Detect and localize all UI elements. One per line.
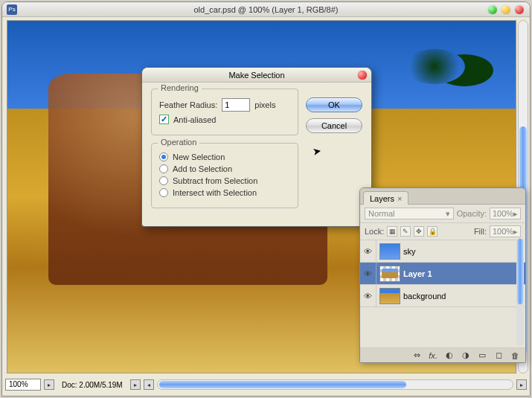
fill-value: 100%: [493, 227, 513, 236]
visibility-toggle[interactable]: 👁: [360, 240, 376, 262]
dialog-close-button[interactable]: [358, 71, 367, 80]
radio-new-selection[interactable]: [159, 153, 168, 161]
opacity-input[interactable]: 100%▸: [490, 208, 521, 219]
anti-aliased-checkbox[interactable]: ✓: [159, 115, 169, 124]
lock-transparency-icon[interactable]: ▦: [387, 226, 397, 237]
feather-label: Feather Radius:: [159, 100, 217, 109]
chevron-icon: ▸: [513, 227, 518, 237]
layers-footer: ⇔ fx. ◐ ◑ ▭ ◻ 🗑: [360, 347, 525, 362]
hscroll-right-icon[interactable]: ▸: [516, 379, 527, 390]
tab-close-icon[interactable]: ×: [397, 194, 402, 203]
rendering-group: Rendering Feather Radius: pixels ✓ Anti-…: [151, 89, 298, 135]
minimize-button[interactable]: [488, 5, 497, 14]
zoom-input[interactable]: 100%: [5, 379, 41, 391]
layers-list: 👁 sky 👁 Layer 1 👁 background: [360, 240, 525, 347]
dropdown-icon: ▾: [446, 209, 450, 219]
trash-icon[interactable]: 🗑: [509, 350, 521, 361]
mask-icon[interactable]: ◐: [443, 350, 455, 361]
zoom-button[interactable]: [501, 5, 510, 14]
panel-tab-bar: Layers×: [360, 188, 525, 205]
ok-button[interactable]: OK: [306, 97, 362, 112]
feather-radius-input[interactable]: [222, 98, 250, 112]
operation-group: Operation New Selection Add to Selection…: [151, 143, 298, 208]
lock-paint-icon[interactable]: ✎: [400, 226, 411, 237]
link-layers-icon[interactable]: ⇔: [411, 350, 423, 361]
radio-add-selection[interactable]: [159, 164, 168, 173]
radio-intersect-selection[interactable]: [159, 188, 168, 197]
radio-int-label: Intersect with Selection: [173, 188, 257, 197]
layers-tab-label: Layers: [370, 194, 394, 203]
visibility-toggle[interactable]: 👁: [360, 263, 376, 284]
radio-new-label: New Selection: [173, 153, 225, 161]
close-button[interactable]: [515, 5, 524, 14]
fill-input[interactable]: 100%▸: [490, 225, 521, 237]
layers-controls-row1: Normal▾ Opacity: 100%▸: [360, 205, 525, 223]
radio-add-label: Add to Selection: [173, 164, 232, 173]
lock-position-icon[interactable]: ✥: [414, 226, 424, 237]
chevron-icon: ▸: [513, 209, 518, 219]
anti-aliased-label: Anti-aliased: [173, 115, 216, 124]
status-bar: 100% ▸ Doc: 2.00M/5.19M ▸ ◂ ▸: [5, 376, 527, 393]
horizontal-scrollbar[interactable]: [157, 379, 513, 390]
fx-icon[interactable]: fx.: [427, 350, 439, 361]
layer-name: background: [403, 292, 446, 301]
window-controls: [488, 5, 524, 14]
window-title: old_car.psd @ 100% (Layer 1, RGB/8#): [194, 5, 339, 14]
layer-name: sky: [403, 247, 416, 256]
layer-row-background[interactable]: 👁 background: [360, 285, 525, 307]
opacity-value: 100%: [493, 209, 513, 218]
layers-tab[interactable]: Layers×: [363, 191, 408, 205]
operation-legend: Operation: [158, 138, 199, 147]
layer-thumbnail: [379, 266, 400, 282]
radio-subtract-selection[interactable]: [159, 176, 168, 185]
adjustment-icon[interactable]: ◑: [460, 350, 472, 361]
layer-thumbnail: [379, 243, 400, 260]
status-menu-icon[interactable]: ▸: [44, 379, 54, 390]
folder-icon[interactable]: ▭: [476, 350, 488, 361]
doc-info-menu[interactable]: ▸: [130, 379, 141, 390]
radio-sub-label: Subtract from Selection: [173, 176, 257, 185]
dialog-title: Make Selection: [228, 71, 284, 80]
layers-panel: Layers× Normal▾ Opacity: 100%▸ Lock: ▦ ✎…: [359, 187, 526, 363]
cursor-icon: ➤: [312, 144, 323, 158]
cancel-button[interactable]: Cancel: [306, 118, 362, 133]
blend-mode-dropdown[interactable]: Normal▾: [365, 208, 454, 219]
titlebar: Ps old_car.psd @ 100% (Layer 1, RGB/8#): [2, 2, 530, 17]
make-selection-dialog: Make Selection Rendering Feather Radius:…: [141, 67, 372, 227]
feather-unit: pixels: [254, 100, 275, 109]
new-layer-icon[interactable]: ◻: [493, 350, 504, 361]
hscroll-left-icon[interactable]: ◂: [144, 379, 154, 390]
rendering-legend: Rendering: [158, 83, 202, 92]
dialog-titlebar: Make Selection: [142, 68, 371, 83]
lock-label: Lock:: [365, 227, 384, 236]
doc-info: Doc: 2.00M/5.19M: [57, 381, 127, 389]
horizontal-scroll-thumb[interactable]: [159, 381, 406, 388]
panel-scrollbar[interactable]: [516, 237, 524, 346]
layers-controls-row2: Lock: ▦ ✎ ✥ 🔒 Fill: 100%▸: [360, 223, 525, 240]
blend-mode-value: Normal: [368, 209, 394, 218]
visibility-toggle[interactable]: 👁: [360, 285, 376, 306]
app-icon: Ps: [7, 4, 17, 15]
layer-row-layer1[interactable]: 👁 Layer 1: [360, 263, 525, 285]
opacity-label: Opacity:: [457, 209, 487, 218]
layer-row-sky[interactable]: 👁 sky: [360, 240, 525, 263]
layer-thumbnail: [379, 288, 400, 304]
lock-all-icon[interactable]: 🔒: [427, 226, 438, 237]
layer-name: Layer 1: [403, 269, 432, 278]
fill-label: Fill:: [474, 227, 487, 236]
